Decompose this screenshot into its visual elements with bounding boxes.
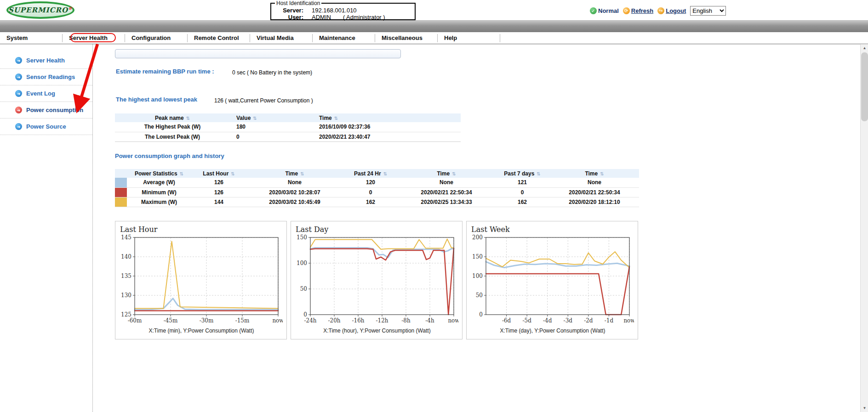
column-header-label: Peak name bbox=[155, 115, 184, 121]
language-select[interactable]: English bbox=[690, 6, 726, 16]
arrow-circle-icon: ➜ bbox=[15, 73, 22, 80]
sort-icon[interactable]: ⇅ bbox=[600, 171, 604, 176]
table-row-maximum: Maximum (W) 144 2020/03/02 10:45:49 162 … bbox=[115, 197, 639, 207]
sidebar-item-label: Power Source bbox=[26, 123, 66, 130]
sort-icon[interactable]: ⇅ bbox=[300, 171, 304, 176]
svg-text:0: 0 bbox=[479, 311, 483, 318]
menu-item-miscellaneous[interactable]: Miscellaneous bbox=[375, 34, 438, 42]
vertical-scrollbar[interactable]: ▲ ▼ bbox=[860, 44, 868, 412]
sidebar-item-event-log[interactable]: ➜ Event Log bbox=[0, 85, 92, 102]
table-row-average: Average (W) 126 None 120 None 121 None bbox=[115, 178, 639, 187]
table-cell: 180 bbox=[230, 122, 313, 132]
table-cell: 121 bbox=[495, 178, 550, 187]
table-row: The Highest Peak (W) 180 2016/10/09 02:3… bbox=[115, 122, 461, 132]
logo-ellipse: SUPERMICRO® bbox=[6, 1, 74, 19]
sidebar-item-power-source[interactable]: ➜ Power Source bbox=[0, 119, 92, 135]
menu-item-help[interactable]: Help bbox=[438, 34, 500, 42]
sidebar-item-server-health[interactable]: ➜ Server Health bbox=[0, 52, 92, 69]
menu-item-server-health[interactable]: Server Health bbox=[63, 34, 125, 42]
table-cell: The Lowest Peak (W) bbox=[115, 132, 230, 141]
svg-text:-20h: -20h bbox=[328, 317, 340, 324]
bbp-runtime-value: 0 sec ( No Battery in the system) bbox=[232, 69, 312, 76]
column-header-time[interactable]: Time⇅ bbox=[313, 113, 461, 122]
sidebar-item-label: Server Health bbox=[26, 57, 65, 64]
user-role: ( Administrator ) bbox=[343, 14, 385, 21]
table-cell: 144 bbox=[191, 197, 246, 207]
server-value: 192.168.001.010 bbox=[312, 7, 357, 14]
sort-icon[interactable]: ⇅ bbox=[334, 116, 338, 121]
logo-text: SUPERMICRO® bbox=[8, 6, 73, 14]
peak-table-header-row: Peak name⇅ Value⇅ Time⇅ bbox=[115, 113, 461, 122]
refresh-icon[interactable]: ⟳ bbox=[623, 7, 630, 14]
logout-icon[interactable]: ↪ bbox=[657, 7, 664, 14]
column-header-last-hour[interactable]: Last Hour⇅ bbox=[191, 169, 246, 178]
logout-link[interactable]: Logout bbox=[666, 7, 686, 14]
svg-text:-5d: -5d bbox=[522, 317, 531, 324]
svg-text:125: 125 bbox=[121, 311, 131, 318]
chart-plot-area: 125130135140145-60m-45m-30m-15mnow bbox=[119, 234, 283, 327]
table-cell: Minimum (W) bbox=[127, 187, 191, 197]
sidebar-item-sensor-readings[interactable]: ➜ Sensor Readings bbox=[0, 69, 92, 85]
charts-row: Last Hour 125130135140145-60m-45m-30m-15… bbox=[115, 221, 638, 339]
menu-item-maintenance[interactable]: Maintenance bbox=[313, 34, 375, 42]
table-cell: 126 bbox=[191, 187, 246, 197]
sort-icon[interactable]: ⇅ bbox=[452, 171, 456, 176]
swatch-column-header bbox=[115, 169, 127, 178]
svg-text:-15m: -15m bbox=[235, 317, 250, 324]
column-header-label: Value bbox=[236, 115, 251, 121]
svg-text:-60m: -60m bbox=[128, 317, 142, 324]
table-cell: 2020/02/20 18:12:10 bbox=[550, 197, 639, 207]
scroll-down-icon[interactable]: ▼ bbox=[861, 404, 868, 412]
refresh-link[interactable]: Refresh bbox=[631, 7, 653, 14]
chart-plot-area: 050100150200-6d-5d-4d-3d-2d-1dnow bbox=[470, 234, 634, 327]
column-header-value[interactable]: Value⇅ bbox=[230, 113, 313, 122]
svg-text:-30m: -30m bbox=[200, 317, 214, 324]
chart-caption: X:Time (hour), Y:Power Consumption (Watt… bbox=[295, 327, 459, 334]
table-cell: 120 bbox=[343, 178, 398, 187]
table-cell: None bbox=[246, 178, 343, 187]
table-cell: 0 bbox=[343, 187, 398, 197]
menu-item-remote-control[interactable]: Remote Control bbox=[188, 34, 250, 42]
table-cell: None bbox=[550, 178, 639, 187]
bbp-runtime-label: Estimate remaining BBP run time : bbox=[116, 68, 214, 75]
table-cell: 2020/03/02 10:28:07 bbox=[246, 187, 343, 197]
host-identification-box: Host Identification Server: 192.168.001.… bbox=[270, 0, 416, 20]
svg-text:-12h: -12h bbox=[376, 317, 388, 324]
column-header-past-7days[interactable]: Past 7 days⇅ bbox=[495, 169, 550, 178]
column-header-power-statistics[interactable]: Power Statistics⇅ bbox=[127, 169, 191, 178]
column-header-time-3[interactable]: Time⇅ bbox=[550, 169, 639, 178]
svg-text:50: 50 bbox=[476, 292, 483, 299]
sort-icon[interactable]: ⇅ bbox=[537, 171, 540, 176]
menu-item-configuration[interactable]: Configuration bbox=[125, 34, 188, 42]
sort-icon[interactable]: ⇅ bbox=[180, 171, 183, 176]
menu-item-virtual-media[interactable]: Virtual Media bbox=[250, 34, 313, 42]
user-value: ADMIN bbox=[312, 14, 331, 21]
sort-icon[interactable]: ⇅ bbox=[231, 171, 234, 176]
column-header-past-24hr[interactable]: Past 24 Hr⇅ bbox=[343, 169, 398, 178]
scroll-up-icon[interactable]: ▲ bbox=[861, 44, 868, 52]
table-cell: 2016/10/09 02:37:36 bbox=[313, 122, 461, 132]
chart-title: Last Week bbox=[471, 225, 635, 234]
column-header-time-2[interactable]: Time⇅ bbox=[398, 169, 495, 178]
column-header-label: Past 7 days bbox=[504, 170, 534, 177]
scrollbar-thumb[interactable] bbox=[861, 52, 868, 121]
sort-icon[interactable]: ⇅ bbox=[383, 171, 387, 176]
svg-text:200: 200 bbox=[472, 234, 483, 241]
column-header-peak-name[interactable]: Peak name⇅ bbox=[115, 113, 230, 122]
menu-item-system[interactable]: System bbox=[0, 34, 63, 42]
table-cell: Average (W) bbox=[127, 178, 191, 187]
sort-icon[interactable]: ⇅ bbox=[253, 116, 257, 121]
svg-text:50: 50 bbox=[300, 286, 307, 292]
sort-icon[interactable]: ⇅ bbox=[186, 116, 190, 121]
chart-last-hour: Last Hour 125130135140145-60m-45m-30m-15… bbox=[115, 221, 287, 339]
host-server-row: Server: 192.168.001.010 bbox=[274, 7, 412, 14]
chart-plot-area: 050100150-24h-20h-16h-12h-8h-4hnow bbox=[295, 234, 458, 327]
sidebar-item-label: Sensor Readings bbox=[26, 73, 75, 80]
sidebar-item-power-consumption[interactable]: ➜ Power consumption bbox=[0, 102, 92, 119]
table-row: The Lowest Peak (W) 0 2020/02/21 23:40:4… bbox=[115, 132, 461, 141]
chart-last-week: Last Week 050100150200-6d-5d-4d-3d-2d-1d… bbox=[466, 221, 638, 339]
supermicro-logo: SUPERMICRO® bbox=[6, 1, 75, 19]
column-header-time-1[interactable]: Time⇅ bbox=[246, 169, 343, 178]
svg-text:145: 145 bbox=[121, 234, 131, 241]
svg-text:-16h: -16h bbox=[352, 317, 364, 324]
